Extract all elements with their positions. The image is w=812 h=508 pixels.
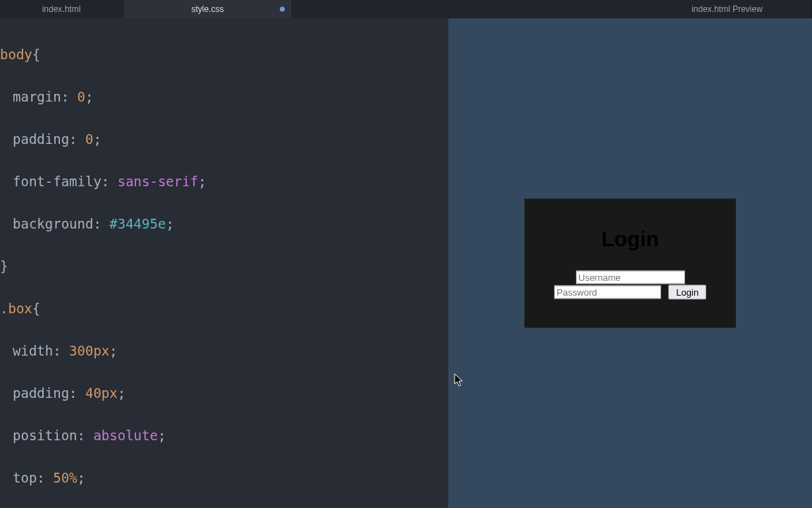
- code-token: position:: [13, 428, 85, 443]
- code-token: 40px: [85, 385, 118, 401]
- code-token: sans-serif: [118, 174, 198, 189]
- login-heading: Login: [553, 227, 708, 251]
- tab-label: index.html Preview: [691, 4, 763, 14]
- code-token: #34495e: [109, 216, 166, 231]
- tab-index-html[interactable]: index.html: [0, 0, 123, 18]
- code-token: body: [0, 47, 32, 62]
- code-token: width:: [13, 343, 61, 358]
- login-box: Login: [524, 199, 736, 328]
- tab-style-css[interactable]: style.css: [123, 0, 293, 18]
- workspace: body{ margin: 0; padding: 0; font-family…: [0, 18, 812, 508]
- code-token: 0: [78, 89, 85, 104]
- code-token: 300px: [69, 343, 109, 358]
- code-token: 50%: [53, 470, 77, 485]
- code-editor[interactable]: body{ margin: 0; padding: 0; font-family…: [0, 18, 448, 508]
- code-token: .box: [0, 301, 32, 316]
- code-token: background:: [13, 216, 102, 231]
- preview-pane: Login: [448, 18, 812, 508]
- tab-preview[interactable]: index.html Preview: [643, 0, 812, 18]
- code-token: padding:: [13, 385, 78, 401]
- tab-bar: index.html style.css index.html Preview: [0, 0, 812, 18]
- password-input[interactable]: [554, 286, 661, 299]
- code-token: top:: [13, 470, 45, 485]
- code-token: margin:: [13, 89, 69, 104]
- code-token: padding:: [13, 131, 78, 147]
- unsaved-indicator-icon: [280, 7, 285, 12]
- code-token: absolute: [93, 428, 158, 443]
- username-input[interactable]: [576, 271, 685, 284]
- login-button[interactable]: [668, 285, 706, 300]
- code-token: font-family:: [13, 174, 109, 189]
- tab-label: index.html: [42, 4, 81, 14]
- code-token: 0: [85, 131, 93, 147]
- tab-label: style.css: [191, 4, 223, 14]
